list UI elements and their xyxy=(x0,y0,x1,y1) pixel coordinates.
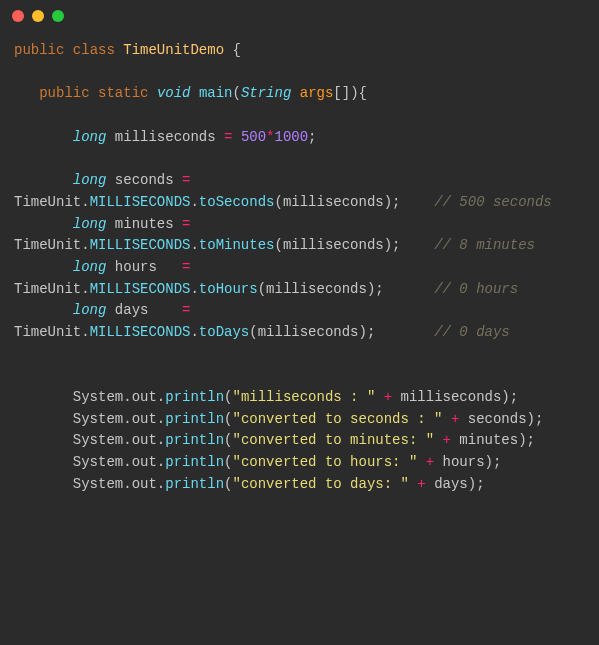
code-token: public xyxy=(39,85,89,101)
code-token xyxy=(14,172,73,188)
code-token xyxy=(190,85,198,101)
code-token: // 8 minutes xyxy=(434,237,535,253)
code-token xyxy=(106,302,114,318)
code-token: println xyxy=(165,411,224,427)
code-token xyxy=(14,259,73,275)
code-token xyxy=(392,389,400,405)
code-editor[interactable]: public class TimeUnitDemo { public stati… xyxy=(0,30,599,505)
code-token: . xyxy=(123,454,131,470)
code-token: + xyxy=(426,454,434,470)
code-token xyxy=(174,172,182,188)
code-token: ( xyxy=(274,194,282,210)
code-token: ( xyxy=(249,324,257,340)
code-token: + xyxy=(417,476,425,492)
code-token xyxy=(434,454,442,470)
code-token: long xyxy=(73,129,107,145)
code-token xyxy=(14,129,73,145)
code-token: out xyxy=(132,476,157,492)
code-token: { xyxy=(224,42,241,58)
code-token: ); xyxy=(527,411,544,427)
code-token: days xyxy=(115,302,149,318)
code-token: minutes xyxy=(115,216,174,232)
code-token xyxy=(291,85,299,101)
code-token: ); xyxy=(367,281,434,297)
code-token: // 0 hours xyxy=(434,281,518,297)
code-token: void xyxy=(157,85,191,101)
code-token: milliseconds xyxy=(115,129,216,145)
code-token: . xyxy=(190,324,198,340)
code-token: ); xyxy=(518,432,535,448)
code-token: 500 xyxy=(241,129,266,145)
code-token xyxy=(375,389,383,405)
code-token: public xyxy=(14,42,64,58)
code-token: ); xyxy=(468,476,485,492)
code-token: "converted to days: " xyxy=(232,476,408,492)
code-token: out xyxy=(132,411,157,427)
code-token: hours xyxy=(443,454,485,470)
code-token: . xyxy=(81,324,89,340)
code-token xyxy=(190,216,198,232)
code-token: out xyxy=(132,432,157,448)
code-token: // 0 days xyxy=(434,324,510,340)
code-token: ( xyxy=(274,237,282,253)
code-token: long xyxy=(73,172,107,188)
code-token xyxy=(232,129,240,145)
code-token: + xyxy=(443,432,451,448)
code-token xyxy=(14,476,73,492)
code-token: seconds xyxy=(115,172,174,188)
minimize-icon[interactable] xyxy=(32,10,44,22)
code-token xyxy=(190,172,198,188)
code-token: . xyxy=(123,411,131,427)
close-icon[interactable] xyxy=(12,10,24,22)
title-bar xyxy=(0,0,599,30)
code-token: + xyxy=(384,389,392,405)
code-token: System xyxy=(73,389,123,405)
code-token: out xyxy=(132,389,157,405)
code-token: long xyxy=(73,216,107,232)
code-token: class xyxy=(73,42,115,58)
code-token: . xyxy=(123,476,131,492)
code-token xyxy=(115,42,123,58)
code-token: []){ xyxy=(333,85,367,101)
code-token xyxy=(434,432,442,448)
code-token xyxy=(459,411,467,427)
code-token xyxy=(106,259,114,275)
code-token xyxy=(148,302,182,318)
code-token: TimeUnit xyxy=(14,237,81,253)
code-token: . xyxy=(157,432,165,448)
code-token xyxy=(14,85,39,101)
maximize-icon[interactable] xyxy=(52,10,64,22)
code-token: println xyxy=(165,476,224,492)
code-token xyxy=(106,129,114,145)
code-token: seconds xyxy=(468,411,527,427)
code-token: String xyxy=(241,85,291,101)
code-token: milliseconds xyxy=(401,389,502,405)
code-token: MILLISECONDS xyxy=(90,324,191,340)
code-token: . xyxy=(81,237,89,253)
code-token xyxy=(106,172,114,188)
code-token: long xyxy=(73,259,107,275)
code-token: System xyxy=(73,411,123,427)
code-token: days xyxy=(434,476,468,492)
code-token: . xyxy=(190,281,198,297)
code-window: public class TimeUnitDemo { public stati… xyxy=(0,0,599,505)
code-token xyxy=(174,216,182,232)
code-token: MILLISECONDS xyxy=(90,237,191,253)
code-token: milliseconds xyxy=(283,237,384,253)
code-token: TimeUnitDemo xyxy=(123,42,224,58)
code-token: "milliseconds : " xyxy=(232,389,375,405)
code-token: println xyxy=(165,389,224,405)
code-token: ); xyxy=(501,389,518,405)
code-token: 1000 xyxy=(275,129,309,145)
code-token: . xyxy=(157,411,165,427)
code-token xyxy=(216,129,224,145)
code-token: TimeUnit xyxy=(14,194,81,210)
code-token: ); xyxy=(384,194,434,210)
code-token: "converted to seconds : " xyxy=(232,411,442,427)
code-token xyxy=(190,259,198,275)
code-token: ); xyxy=(384,237,434,253)
code-token: "converted to minutes: " xyxy=(232,432,434,448)
code-token xyxy=(426,476,434,492)
code-token: out xyxy=(132,454,157,470)
code-token: ); xyxy=(359,324,435,340)
